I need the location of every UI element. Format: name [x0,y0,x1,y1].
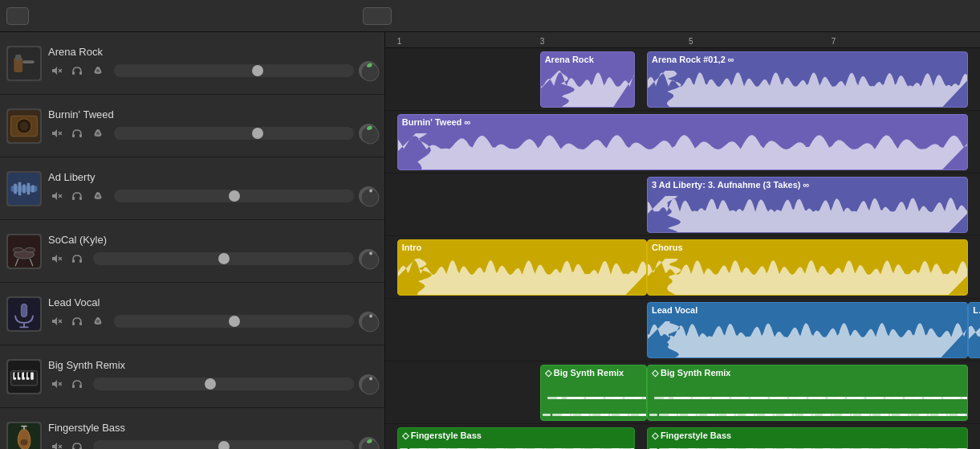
volume-slider-ad-liberty[interactable] [114,190,354,202]
volume-slider-wrap-ad-liberty [114,190,354,202]
record-icon-lead-vocal[interactable] [90,315,106,328]
svg-point-35 [369,190,372,193]
track-name-socal-kyle: SoCal (Kyle) [48,234,378,246]
svg-point-33 [96,194,100,198]
volume-slider-big-synth-remix[interactable] [93,378,354,390]
track-item-lead-vocal: Lead Vocal [0,283,384,345]
svg-rect-72 [72,385,75,388]
svg-point-38 [13,247,23,251]
svg-rect-32 [79,197,82,200]
clip-big-synth-remix-1[interactable]: ◇ Big Synth Remix [647,365,968,421]
clip-lead-vocal-0[interactable]: Lead Vocal [647,302,968,358]
pan-knob-burnin-tweed[interactable] [359,124,378,143]
pan-knob-ad-liberty[interactable] [359,186,378,206]
solo-icon-socal-kyle[interactable] [69,252,85,265]
svg-rect-160 [900,414,908,416]
svg-rect-136 [784,414,792,416]
solo-icon-big-synth-remix[interactable] [69,378,85,390]
pan-knob-fingerstyle-bass[interactable] [359,437,378,449]
clip-label-big-synth-remix-1: ◇ Big Synth Remix [652,368,963,378]
clip-fingerstyle-bass-1[interactable]: ◇ Fingerstyle Bass [647,427,968,449]
mute-icon-arena-rock[interactable] [48,64,64,77]
volume-slider-fingerstyle-bass[interactable] [93,440,354,449]
main-area: Arena Rock Burnin' Tweed Ad Liberty SoCa… [0,32,980,449]
clip-arena-rock-1[interactable]: Arena Rock #01,2 ∞ [647,51,968,108]
clip-lead-vocal-1[interactable]: Lead [968,302,980,358]
clip-socal-kyle-1[interactable]: Chorus [647,239,968,296]
track-thumb-burnin-tweed [6,108,42,144]
track-thumb-ad-liberty [6,171,42,206]
svg-rect-69 [28,372,30,377]
svg-rect-128 [746,414,754,416]
volume-slider-wrap-arena-rock [114,64,354,77]
svg-rect-2 [15,55,21,60]
pan-knob-socal-kyle[interactable] [359,249,378,268]
svg-rect-148 [842,414,850,416]
track-name-lead-vocal: Lead Vocal [48,296,378,308]
volume-slider-burnin-tweed[interactable] [114,127,354,140]
svg-rect-26 [22,184,26,193]
clip-burnin-tweed-0[interactable]: Burnin' Tweed ∞ [397,114,968,170]
track-controls-lead-vocal [48,312,378,331]
solo-icon-ad-liberty[interactable] [69,190,85,202]
solo-icon-arena-rock[interactable] [69,64,85,77]
ruler-mark-3: 3 [540,37,545,46]
timeline-row-big-synth-remix: ◇ Big Synth Remix◇ Big Synth Remix [385,361,980,424]
svg-rect-45 [79,259,82,263]
solo-icon-lead-vocal[interactable] [69,315,85,328]
clip-socal-kyle-0[interactable]: Intro [397,239,647,296]
track-info-socal-kyle: SoCal (Kyle) [48,234,378,268]
clip-arena-rock-0[interactable]: Arena Rock [540,51,636,108]
add-track-button[interactable] [6,7,29,25]
svg-rect-67 [19,372,22,377]
pan-knob-big-synth-remix[interactable] [359,374,378,394]
svg-rect-68 [24,372,26,377]
record-icon-ad-liberty[interactable] [90,190,106,202]
svg-rect-18 [79,134,82,137]
pan-knob-lead-vocal[interactable] [359,312,378,331]
track-name-arena-rock: Arena Rock [48,46,378,58]
solo-icon-fingerstyle-bass[interactable] [69,440,85,449]
track-controls-socal-kyle [48,249,378,268]
svg-point-77 [20,439,27,445]
volume-slider-socal-kyle[interactable] [93,252,354,265]
track-item-ad-liberty: Ad Liberty [0,157,384,220]
clip-fingerstyle-bass-0[interactable]: ◇ Fingerstyle Bass [397,427,635,449]
track-name-ad-liberty: Ad Liberty [48,171,378,183]
pan-knob-arena-rock[interactable] [359,61,378,80]
track-item-fingerstyle-bass: Fingerstyle Bass [0,408,384,449]
svg-point-8 [96,69,100,72]
volume-slider-wrap-big-synth-remix [93,378,354,390]
svg-point-14 [20,121,29,130]
timeline-row-fingerstyle-bass: ◇ Fingerstyle Bass◇ Fingerstyle Bass [385,424,980,449]
track-thumb-arena-rock [6,46,42,81]
mute-icon-lead-vocal[interactable] [48,315,64,328]
svg-rect-116 [688,414,696,416]
track-info-burnin-tweed: Burnin' Tweed [48,108,378,143]
mute-icon-fingerstyle-bass[interactable] [48,440,64,449]
mute-icon-ad-liberty[interactable] [48,190,64,202]
volume-slider-arena-rock[interactable] [114,64,354,77]
filter-button[interactable] [363,7,392,25]
svg-rect-65 [30,372,34,379]
svg-rect-168 [938,414,946,416]
clip-label-fingerstyle-bass-0: ◇ Fingerstyle Bass [402,431,630,441]
timeline-tracks[interactable]: Arena RockArena Rock #01,2 ∞Burnin' Twee… [385,48,980,449]
clip-ad-liberty-0[interactable]: 3 Ad Liberty: 3. Aufnahme (3 Takes) ∞ [647,177,968,233]
svg-rect-28 [31,185,35,192]
mute-icon-socal-kyle[interactable] [48,252,64,265]
clip-big-synth-remix-0[interactable]: ◇ Big Synth Remix [540,365,647,421]
svg-rect-120 [707,414,715,416]
svg-rect-55 [79,322,82,325]
svg-rect-106 [639,414,647,416]
record-icon-burnin-tweed[interactable] [90,127,106,140]
mute-icon-big-synth-remix[interactable] [48,378,64,390]
volume-slider-wrap-fingerstyle-bass [93,440,354,449]
record-icon-arena-rock[interactable] [90,64,106,77]
mute-icon-burnin-tweed[interactable] [48,127,64,140]
timeline-row-socal-kyle: IntroChorus [385,236,980,299]
solo-icon-burnin-tweed[interactable] [69,127,85,140]
svg-point-19 [96,132,100,135]
track-thumb-lead-vocal [6,296,42,332]
volume-slider-lead-vocal[interactable] [114,315,354,328]
